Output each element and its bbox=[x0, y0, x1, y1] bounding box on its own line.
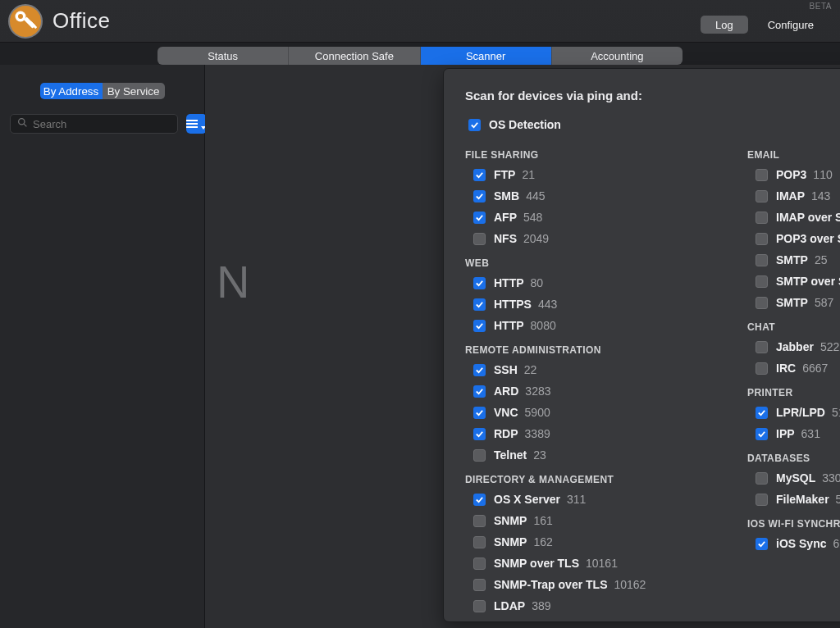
service-checkbox[interactable] bbox=[473, 277, 486, 289]
sidebar-tools bbox=[0, 114, 204, 134]
sidebar: By Address By Service bbox=[0, 65, 205, 628]
service-row[interactable]: IPP631 bbox=[747, 423, 840, 444]
service-row[interactable]: IMAP over SSL/TLS993 bbox=[747, 207, 840, 228]
service-port: 162 bbox=[533, 535, 552, 548]
service-row[interactable]: SMTP over SSL/TLS465 bbox=[747, 271, 840, 292]
sidebar-tab-by-address[interactable]: By Address bbox=[40, 83, 103, 99]
service-checkbox[interactable] bbox=[473, 364, 486, 376]
service-row[interactable]: IRC6667 bbox=[747, 357, 840, 379]
service-row[interactable]: POP3 over SSL/TLS995 bbox=[747, 228, 840, 249]
service-checkbox[interactable] bbox=[756, 254, 768, 266]
service-row[interactable]: SNMP over TLS10161 bbox=[465, 553, 734, 574]
service-row[interactable]: FileMaker5003 bbox=[747, 489, 840, 510]
service-row[interactable]: POP3110 bbox=[747, 164, 840, 185]
service-checkbox[interactable] bbox=[473, 298, 486, 311]
service-checkbox[interactable] bbox=[756, 212, 768, 224]
service-row[interactable]: SSH22 bbox=[465, 359, 734, 380]
service-checkbox[interactable] bbox=[756, 297, 768, 309]
service-checkbox[interactable] bbox=[473, 169, 486, 181]
tab-status[interactable]: Status bbox=[158, 47, 289, 65]
service-row[interactable]: HTTP8080 bbox=[465, 315, 734, 336]
service-checkbox[interactable] bbox=[756, 169, 768, 181]
service-row[interactable]: LPR/LPD515 bbox=[747, 402, 840, 423]
service-checkbox[interactable] bbox=[473, 579, 486, 591]
service-checkbox[interactable] bbox=[473, 494, 486, 506]
service-label: IMAP over SSL/TLS bbox=[776, 211, 840, 224]
service-label: POP3 over SSL/TLS bbox=[776, 232, 840, 245]
service-row[interactable]: MySQL3306 bbox=[747, 467, 840, 489]
service-row[interactable]: SNMP161 bbox=[465, 510, 734, 531]
service-checkbox[interactable] bbox=[756, 362, 768, 375]
service-checkbox[interactable] bbox=[756, 341, 768, 353]
service-row[interactable]: HTTPS443 bbox=[465, 294, 734, 315]
service-row[interactable]: Telnet23 bbox=[465, 444, 734, 466]
service-checkbox[interactable] bbox=[473, 515, 486, 527]
search-field[interactable] bbox=[10, 114, 178, 134]
service-checkbox[interactable] bbox=[756, 190, 768, 203]
service-label: SMTP bbox=[776, 296, 808, 309]
main-tabbar: Status Connection Safe Scanner Accountin… bbox=[0, 43, 840, 65]
search-input[interactable] bbox=[33, 118, 171, 130]
service-checkbox[interactable] bbox=[756, 407, 768, 419]
service-row[interactable]: AFP548 bbox=[465, 207, 734, 228]
service-row[interactable]: SNMP-Trap over TLS10162 bbox=[465, 574, 734, 595]
service-row[interactable]: SNMP162 bbox=[465, 531, 734, 553]
configure-button[interactable]: Configure bbox=[753, 16, 829, 34]
group-title: PRINTER bbox=[747, 387, 840, 398]
service-checkbox[interactable] bbox=[756, 494, 768, 506]
panel-header: Scan for devices via ping and: Defaults bbox=[465, 87, 840, 103]
group-title: EMAIL bbox=[747, 149, 840, 161]
service-label: AFP bbox=[494, 211, 517, 224]
sidebar-mode-segment: By Address By Service bbox=[40, 83, 165, 99]
service-checkbox[interactable] bbox=[473, 536, 486, 548]
os-detection-row[interactable]: OS Detection bbox=[465, 115, 840, 134]
right-column: EMAILPOP3110IMAP143IMAP over SSL/TLS993P… bbox=[747, 141, 840, 617]
service-row[interactable]: OS X Server311 bbox=[465, 489, 734, 510]
service-checkbox[interactable] bbox=[473, 212, 486, 224]
service-row[interactable]: RDP3389 bbox=[465, 423, 734, 444]
service-checkbox[interactable] bbox=[473, 407, 486, 419]
service-row[interactable]: NFS2049 bbox=[465, 228, 734, 249]
search-icon bbox=[17, 117, 33, 130]
background-placeholder-text: N bbox=[217, 255, 249, 308]
os-detection-checkbox[interactable] bbox=[468, 119, 481, 131]
log-button[interactable]: Log bbox=[701, 16, 748, 34]
service-row[interactable]: Jabber5222 bbox=[747, 336, 840, 357]
service-row[interactable]: iOS Sync62078 bbox=[747, 533, 840, 554]
service-checkbox[interactable] bbox=[756, 233, 768, 245]
service-row[interactable]: VNC5900 bbox=[465, 402, 734, 423]
main-area: N Scan for devices via ping and: Default… bbox=[205, 65, 840, 628]
service-checkbox[interactable] bbox=[473, 449, 486, 462]
toolbar-right: Log Configure bbox=[696, 0, 829, 43]
service-checkbox[interactable] bbox=[756, 472, 768, 485]
service-checkbox[interactable] bbox=[473, 320, 486, 332]
service-checkbox[interactable] bbox=[756, 538, 768, 550]
group-title: WEB bbox=[465, 257, 734, 269]
service-checkbox[interactable] bbox=[473, 385, 486, 398]
main-tab-segment: Status Connection Safe Scanner Accountin… bbox=[158, 47, 682, 65]
service-checkbox[interactable] bbox=[756, 428, 768, 440]
service-row[interactable]: LDAP389 bbox=[465, 595, 734, 617]
service-checkbox[interactable] bbox=[473, 557, 486, 570]
tab-accounting[interactable]: Accounting bbox=[552, 47, 682, 65]
sidebar-tab-by-service[interactable]: By Service bbox=[103, 83, 165, 99]
service-checkbox[interactable] bbox=[756, 275, 768, 288]
service-row[interactable]: FTP21 bbox=[465, 164, 734, 185]
service-row[interactable]: ARD3283 bbox=[465, 380, 734, 402]
service-label: SNMP over TLS bbox=[494, 557, 579, 570]
tab-connection-safe[interactable]: Connection Safe bbox=[289, 47, 420, 65]
service-label: HTTPS bbox=[494, 298, 532, 311]
view-mode-button[interactable] bbox=[186, 114, 207, 134]
service-port: 143 bbox=[811, 189, 830, 203]
service-checkbox[interactable] bbox=[473, 428, 486, 440]
service-row[interactable]: SMTP587 bbox=[747, 292, 840, 313]
service-row[interactable]: HTTP80 bbox=[465, 272, 734, 294]
service-row[interactable]: SMB445 bbox=[465, 185, 734, 207]
service-checkbox[interactable] bbox=[473, 233, 486, 245]
service-checkbox[interactable] bbox=[473, 600, 486, 612]
service-port: 548 bbox=[523, 211, 542, 224]
service-checkbox[interactable] bbox=[473, 190, 486, 203]
tab-scanner[interactable]: Scanner bbox=[421, 47, 552, 65]
service-row[interactable]: IMAP143 bbox=[747, 185, 840, 207]
service-row[interactable]: SMTP25 bbox=[747, 249, 840, 271]
